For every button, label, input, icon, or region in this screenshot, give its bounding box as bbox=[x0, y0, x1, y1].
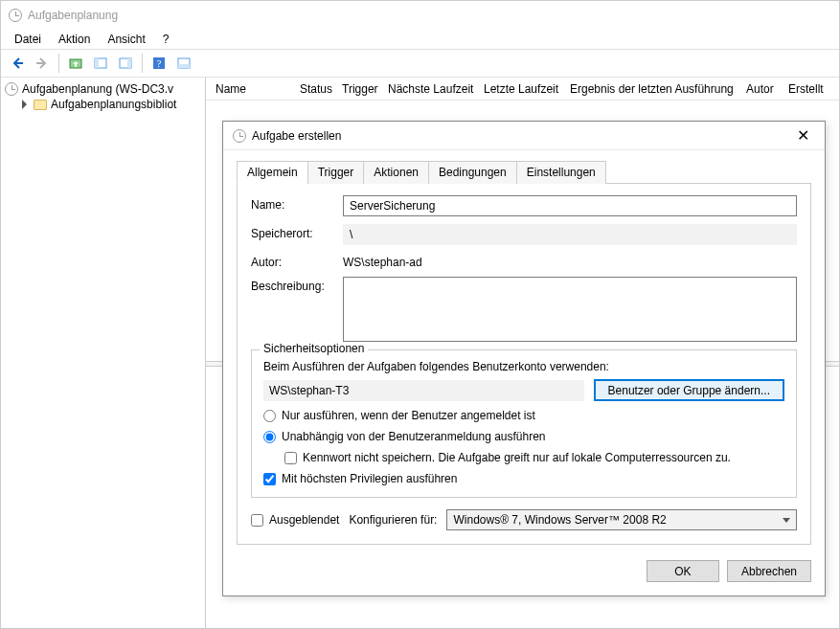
menu-action[interactable]: Aktion bbox=[51, 31, 98, 48]
tab-conditions[interactable]: Bedingungen bbox=[428, 161, 517, 184]
tab-actions[interactable]: Aktionen bbox=[363, 161, 429, 184]
radio-run-logged-on[interactable]: Nur ausführen, wenn der Benutzer angemel… bbox=[263, 409, 784, 422]
radio-run-logged-on-label: Nur ausführen, wenn der Benutzer angemel… bbox=[282, 409, 535, 422]
toolbar-separator bbox=[142, 54, 143, 73]
ok-button[interactable]: OK bbox=[647, 560, 719, 582]
app-clock-icon bbox=[9, 9, 22, 22]
panel-button-2[interactable] bbox=[115, 53, 136, 74]
dialog-body: Allgemein Trigger Aktionen Bedingungen E… bbox=[223, 150, 825, 550]
close-icon[interactable]: ✕ bbox=[791, 126, 815, 146]
check-hidden-input[interactable] bbox=[251, 514, 263, 527]
change-user-button[interactable]: Benutzer oder Gruppe ändern... bbox=[594, 379, 784, 401]
col-status[interactable]: Status bbox=[300, 82, 342, 96]
svg-rect-4 bbox=[127, 58, 131, 68]
check-highest-priv-input[interactable] bbox=[263, 473, 276, 485]
window-titlebar: Aufgabenplanung bbox=[1, 1, 839, 30]
create-task-dialog: Aufgabe erstellen ✕ Allgemein Trigger Ak… bbox=[222, 121, 826, 596]
check-no-password-label: Kennwort nicht speichern. Die Aufgabe gr… bbox=[303, 451, 731, 464]
radio-run-always-input[interactable] bbox=[263, 431, 276, 443]
menubar: Datei Aktion Ansicht ? bbox=[1, 30, 839, 49]
menu-view[interactable]: Ansicht bbox=[100, 31, 152, 48]
configure-for-select[interactable]: Windows® 7, Windows Server™ 2008 R2 bbox=[446, 509, 797, 530]
col-last[interactable]: Letzte Laufzeit bbox=[484, 82, 570, 96]
check-no-password-input[interactable] bbox=[284, 452, 297, 464]
tree-library[interactable]: Aufgabenplanungsbibliot bbox=[3, 97, 203, 112]
tab-settings[interactable]: Einstellungen bbox=[516, 161, 606, 184]
toolbar: ? bbox=[1, 49, 839, 78]
back-button[interactable] bbox=[7, 53, 28, 74]
svg-text:?: ? bbox=[157, 57, 162, 69]
tree-library-label: Aufgabenplanungsbibliot bbox=[51, 98, 176, 111]
location-field: \ bbox=[343, 224, 797, 245]
menu-file[interactable]: Datei bbox=[7, 31, 49, 48]
menu-help[interactable]: ? bbox=[155, 31, 177, 48]
scheduler-icon bbox=[5, 82, 18, 96]
expander-icon[interactable] bbox=[20, 100, 30, 109]
check-hidden[interactable]: Ausgeblendet bbox=[251, 513, 339, 527]
tab-general[interactable]: Allgemein bbox=[237, 161, 308, 184]
col-next[interactable]: Nächste Laufzeit bbox=[388, 82, 484, 96]
label-location: Speicherort: bbox=[251, 224, 343, 240]
up-button[interactable] bbox=[65, 53, 86, 74]
cancel-button[interactable]: Abbrechen bbox=[727, 560, 811, 582]
check-highest-priv-label: Mit höchsten Privilegien ausführen bbox=[282, 472, 457, 485]
folder-icon bbox=[34, 100, 47, 110]
dialog-titlebar[interactable]: Aufgabe erstellen ✕ bbox=[223, 122, 825, 150]
check-highest-priv[interactable]: Mit höchsten Privilegien ausführen bbox=[263, 472, 784, 485]
tree-root-label: Aufgabenplanung (WS-DC3.v bbox=[22, 82, 173, 96]
dialog-clock-icon bbox=[233, 129, 246, 143]
check-no-password[interactable]: Kennwort nicht speichern. Die Aufgabe gr… bbox=[284, 451, 784, 464]
col-result[interactable]: Ergebnis der letzten Ausführung bbox=[570, 82, 746, 96]
account-display: WS\stephan-T3 bbox=[263, 380, 584, 401]
panel-button-1[interactable] bbox=[90, 53, 111, 74]
toolbar-separator bbox=[58, 54, 59, 73]
label-name: Name: bbox=[251, 195, 343, 212]
security-legend: Sicherheitsoptionen bbox=[260, 342, 368, 355]
security-options-group: Sicherheitsoptionen Beim Ausführen der A… bbox=[251, 349, 797, 498]
configure-for-value: Windows® 7, Windows Server™ 2008 R2 bbox=[453, 513, 666, 527]
col-name[interactable]: Name bbox=[216, 82, 300, 96]
configure-for-label: Konfigurieren für: bbox=[349, 513, 437, 527]
dialog-footer: OK Abbrechen bbox=[223, 550, 825, 595]
task-list-header: Name Status Trigger Nächste Laufzeit Let… bbox=[206, 78, 839, 101]
svg-rect-8 bbox=[178, 64, 190, 68]
help-button[interactable]: ? bbox=[148, 53, 170, 74]
forward-button[interactable] bbox=[32, 53, 53, 74]
window-title: Aufgabenplanung bbox=[28, 9, 118, 22]
col-author[interactable]: Autor bbox=[746, 82, 788, 96]
name-input[interactable] bbox=[343, 195, 797, 216]
tree-root[interactable]: Aufgabenplanung (WS-DC3.v bbox=[3, 81, 203, 97]
radio-run-logged-on-input[interactable] bbox=[263, 410, 276, 422]
radio-run-always-label: Unabhängig von der Benutzeranmeldung aus… bbox=[282, 430, 546, 443]
col-trigger[interactable]: Trigger bbox=[342, 82, 388, 96]
check-hidden-label: Ausgeblendet bbox=[269, 513, 339, 527]
account-label: Beim Ausführen der Aufgaben folgendes Be… bbox=[263, 360, 784, 373]
tree-pane[interactable]: Aufgabenplanung (WS-DC3.v Aufgabenplanun… bbox=[1, 78, 206, 628]
col-created[interactable]: Erstellt bbox=[788, 82, 836, 96]
radio-run-always[interactable]: Unabhängig von der Benutzeranmeldung aus… bbox=[263, 430, 784, 443]
tab-trigger[interactable]: Trigger bbox=[307, 161, 365, 184]
svg-rect-2 bbox=[95, 58, 99, 68]
dialog-title: Aufgabe erstellen bbox=[252, 129, 341, 143]
dialog-tabs: Allgemein Trigger Aktionen Bedingungen E… bbox=[237, 160, 811, 184]
label-author: Autor: bbox=[251, 253, 343, 269]
tab-general-content: Name: Speicherort: \ Autor: WS\stephan-a… bbox=[237, 184, 811, 545]
label-description: Beschreibung: bbox=[251, 277, 343, 293]
author-value: WS\stephan-ad bbox=[343, 253, 422, 269]
description-input[interactable] bbox=[343, 277, 797, 342]
panel-button-3[interactable] bbox=[173, 53, 194, 74]
